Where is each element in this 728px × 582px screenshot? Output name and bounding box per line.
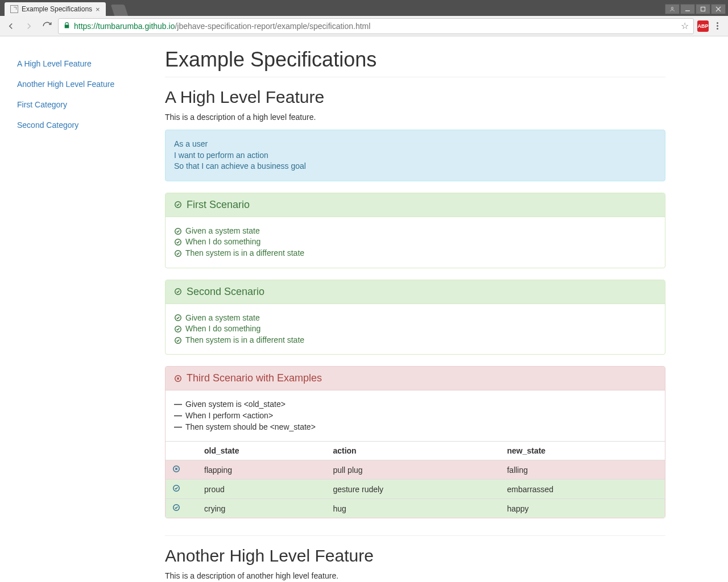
maximize-button[interactable] — [696, 4, 710, 14]
cell-new-state: falling — [502, 460, 665, 480]
url-text: https://tumbarumba.github.io/jbehave-spe… — [74, 22, 370, 31]
table-row: proud gesture rudely embarrassed — [166, 480, 665, 499]
back-button[interactable] — [3, 19, 18, 34]
step-text: When I do something — [185, 323, 260, 335]
check-circle-icon — [174, 314, 182, 322]
check-circle-icon — [172, 484, 180, 492]
check-circle-icon — [174, 227, 182, 235]
browser-tab-active[interactable]: Example Specifications × — [5, 2, 106, 16]
scenario-title: Second Scenario — [187, 286, 264, 298]
scenario-body: — Given system is <old_state> — When I p… — [166, 390, 665, 441]
minus-icon: — — [174, 422, 182, 433]
check-circle-icon — [174, 250, 182, 257]
step-text: Given a system state — [185, 226, 260, 237]
close-window-button[interactable] — [711, 4, 726, 14]
sidebar-item-first-category[interactable]: First Category — [17, 94, 165, 115]
scenario-heading[interactable]: Third Scenario with Examples — [166, 367, 665, 390]
times-circle-icon — [172, 465, 180, 473]
check-circle-icon — [174, 325, 182, 333]
sidebar-item-high-level-feature[interactable]: A High Level Feature — [17, 53, 165, 74]
check-circle-icon — [174, 201, 182, 209]
scenario-title: Third Scenario with Examples — [187, 372, 322, 384]
scenario-body: Given a system state When I do something… — [166, 217, 665, 268]
browser-menu-button[interactable] — [712, 22, 722, 30]
scenario-step: — Then system should be <new_state> — [174, 422, 656, 433]
scenario-step: Then system is in a different state — [174, 248, 656, 259]
main-content: Example Specifications A High Level Feat… — [165, 48, 665, 582]
browser-toolbar: https://tumbarumba.github.io/jbehave-spe… — [0, 16, 728, 36]
page-title: Example Specifications — [165, 48, 665, 77]
scenario-step: — Given system is <old_state> — [174, 399, 656, 410]
svg-rect-2 — [701, 7, 705, 11]
narrative-line: As a user — [174, 139, 656, 150]
step-text: When I do something — [185, 236, 260, 248]
scenario-panel-first: First Scenario Given a system state When… — [165, 193, 665, 268]
forward-button[interactable] — [22, 19, 36, 34]
page-favicon-icon — [10, 5, 18, 13]
scenario-heading[interactable]: Second Scenario — [166, 280, 665, 304]
browser-titlebar: Example Specifications × — [0, 0, 728, 16]
scenario-step: Then system is in a different state — [174, 335, 656, 346]
table-header: new_state — [502, 442, 665, 460]
close-tab-icon[interactable]: × — [96, 6, 100, 13]
minimize-button[interactable] — [680, 4, 695, 14]
step-text: Then system is in a different state — [185, 335, 304, 346]
scenario-step: — When I perform <action> — [174, 410, 656, 422]
times-circle-icon — [174, 375, 182, 383]
feature-description: This is a description of a high level fe… — [165, 113, 665, 122]
new-tab-button[interactable] — [110, 5, 127, 16]
cell-action: gesture rudely — [328, 480, 502, 499]
svg-point-0 — [671, 7, 673, 9]
feature-title: A High Level Feature — [165, 88, 665, 107]
check-circle-icon — [172, 504, 180, 512]
scenario-step: Given a system state — [174, 313, 656, 324]
cell-old-state: crying — [200, 499, 328, 518]
scenario-step: When I do something — [174, 323, 656, 335]
cell-old-state: flapping — [200, 460, 328, 480]
table-header: action — [328, 442, 502, 460]
bookmark-star-icon[interactable]: ☆ — [681, 20, 689, 31]
tab-title: Example Specifications — [22, 5, 92, 13]
sidebar-item-second-category[interactable]: Second Category — [17, 115, 165, 135]
table-header-row: old_state action new_state — [166, 442, 665, 460]
scenario-panel-second: Second Scenario Given a system state Whe… — [165, 280, 665, 355]
scenario-step: Given a system state — [174, 226, 656, 237]
url-origin: https://tumbarumba.github.io — [74, 22, 175, 31]
narrative-block: As a user I want to perform an action So… — [165, 130, 665, 181]
feature-title: Another High Level Feature — [165, 546, 665, 566]
scenario-heading[interactable]: First Scenario — [166, 193, 665, 217]
sidebar-item-another-high-level-feature[interactable]: Another High Level Feature — [17, 74, 165, 94]
row-status-icon — [166, 499, 200, 518]
minus-icon: — — [174, 410, 182, 422]
page-scroll-area[interactable]: A High Level Feature Another High Level … — [0, 36, 728, 582]
check-circle-icon — [174, 336, 182, 344]
cell-action: hug — [328, 499, 502, 518]
examples-table: old_state action new_state flapping pull… — [166, 441, 665, 518]
window-controls — [665, 0, 728, 16]
reload-button[interactable] — [40, 19, 55, 34]
scenario-panel-third: Third Scenario with Examples — Given sys… — [165, 366, 665, 518]
adblock-extension-icon[interactable]: ABP — [697, 20, 709, 32]
step-text: Given a system state — [185, 313, 260, 324]
row-status-icon — [166, 460, 200, 480]
row-status-icon — [166, 480, 200, 499]
check-circle-icon — [174, 238, 182, 246]
table-row: flapping pull plug falling — [166, 460, 665, 480]
lock-icon — [63, 22, 71, 31]
step-text: Then system is in a different state — [185, 248, 304, 259]
scenario-body: Given a system state When I do something… — [166, 304, 665, 355]
user-icon[interactable] — [665, 4, 680, 14]
check-circle-icon — [174, 288, 182, 296]
tab-row: Example Specifications × — [0, 0, 665, 16]
address-bar[interactable]: https://tumbarumba.github.io/jbehave-spe… — [58, 18, 694, 34]
cell-new-state: embarrassed — [502, 480, 665, 499]
sidebar-nav: A High Level Feature Another High Level … — [17, 48, 165, 582]
cell-old-state: proud — [200, 480, 328, 499]
narrative-line: So that I can achieve a business goal — [174, 161, 656, 172]
scenario-step: When I do something — [174, 236, 656, 248]
feature-description: This is a description of another high le… — [165, 571, 665, 580]
step-text: Given system is <old_state> — [185, 399, 286, 410]
minus-icon: — — [174, 399, 182, 410]
cell-new-state: happy — [502, 499, 665, 518]
url-path: /jbehave-specification-report/example/sp… — [175, 22, 370, 31]
